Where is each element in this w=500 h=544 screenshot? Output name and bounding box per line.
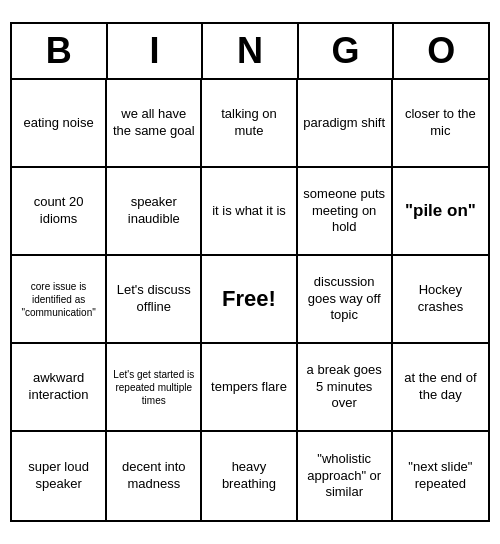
bingo-cell-16[interactable]: Let's get started is repeated multiple t… xyxy=(107,344,202,432)
bingo-cell-5[interactable]: count 20 idioms xyxy=(12,168,107,256)
bingo-cell-17[interactable]: tempers flare xyxy=(202,344,297,432)
bingo-cell-0[interactable]: eating noise xyxy=(12,80,107,168)
bingo-cell-24[interactable]: "next slide" repeated xyxy=(393,432,488,520)
bingo-cell-19[interactable]: at the end of the day xyxy=(393,344,488,432)
bingo-cell-7[interactable]: it is what it is xyxy=(202,168,297,256)
bingo-cell-15[interactable]: awkward interaction xyxy=(12,344,107,432)
bingo-cell-13[interactable]: discussion goes way off topic xyxy=(298,256,393,344)
bingo-cell-21[interactable]: decent into madness xyxy=(107,432,202,520)
bingo-cell-2[interactable]: talking on mute xyxy=(202,80,297,168)
bingo-cell-9[interactable]: "pile on" xyxy=(393,168,488,256)
bingo-cell-11[interactable]: Let's discuss offline xyxy=(107,256,202,344)
bingo-cell-8[interactable]: someone puts meeting on hold xyxy=(298,168,393,256)
header-g: G xyxy=(299,24,395,78)
bingo-grid: eating noisewe all have the same goaltal… xyxy=(12,80,488,520)
bingo-cell-20[interactable]: super loud speaker xyxy=(12,432,107,520)
bingo-cell-4[interactable]: closer to the mic xyxy=(393,80,488,168)
bingo-cell-10[interactable]: core issue is identified as "communicati… xyxy=(12,256,107,344)
bingo-cell-14[interactable]: Hockey crashes xyxy=(393,256,488,344)
header-o: O xyxy=(394,24,488,78)
bingo-card: B I N G O eating noisewe all have the sa… xyxy=(10,22,490,522)
bingo-cell-23[interactable]: "wholistic approach" or similar xyxy=(298,432,393,520)
bingo-cell-22[interactable]: heavy breathing xyxy=(202,432,297,520)
bingo-cell-18[interactable]: a break goes 5 minutes over xyxy=(298,344,393,432)
header-b: B xyxy=(12,24,108,78)
bingo-cell-1[interactable]: we all have the same goal xyxy=(107,80,202,168)
bingo-cell-3[interactable]: paradigm shift xyxy=(298,80,393,168)
bingo-cell-6[interactable]: speaker inaudible xyxy=(107,168,202,256)
header-n: N xyxy=(203,24,299,78)
header-i: I xyxy=(108,24,204,78)
bingo-cell-12[interactable]: Free! xyxy=(202,256,297,344)
bingo-header: B I N G O xyxy=(12,24,488,80)
